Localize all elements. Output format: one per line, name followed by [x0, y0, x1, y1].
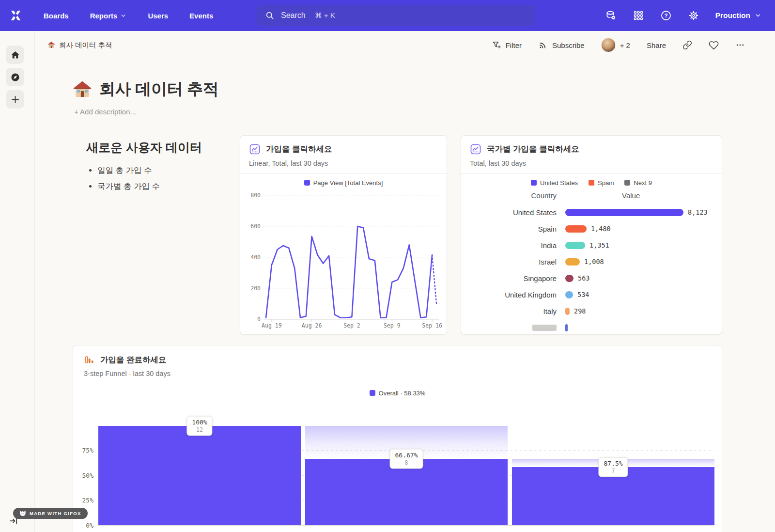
- chart-legend: Page View [Total Events]: [240, 174, 447, 191]
- project-selector[interactable]: Prouction: [715, 11, 761, 20]
- board-members[interactable]: + 2: [601, 38, 630, 52]
- breadcrumb-label: 회사 데이터 추적: [59, 41, 112, 50]
- country-value: 1,351: [589, 241, 609, 249]
- more-options-icon[interactable]: [735, 40, 745, 50]
- country-row[interactable]: India1,351: [461, 237, 722, 253]
- gifox-watermark: MADE WITH GIFOX: [13, 508, 88, 519]
- chevron-down-icon: [120, 13, 126, 19]
- column-value: Value: [557, 191, 640, 200]
- search-placeholder: Search: [281, 11, 306, 20]
- copy-link-icon[interactable]: [682, 40, 692, 50]
- share-button[interactable]: Share: [647, 41, 666, 49]
- sidebar-discover-button[interactable]: [6, 68, 24, 86]
- funnel-count: 7: [604, 468, 622, 474]
- funnel-bar: [305, 459, 508, 525]
- y-axis-label: 75%: [76, 447, 93, 454]
- left-sidebar: [0, 31, 35, 532]
- country-row[interactable]: Singapore563: [461, 270, 722, 286]
- nav-item-boards[interactable]: Boards: [44, 12, 69, 20]
- board-header: 회사 데이터 추적 Filter Subscr: [35, 31, 775, 59]
- funnel-step-3[interactable]: 87.5%7: [512, 426, 714, 525]
- apps-grid-icon[interactable]: [633, 10, 644, 21]
- line-chart[interactable]: 0200400600800Aug 19Aug 26Sep 2Sep 9Sep 1…: [246, 191, 442, 333]
- funnel-count: 12: [192, 426, 207, 433]
- legend-item[interactable]: Next 9: [624, 179, 652, 187]
- gridline: [98, 525, 714, 526]
- plus-icon: [10, 94, 20, 105]
- svg-text:Aug 26: Aug 26: [302, 322, 322, 329]
- add-description[interactable]: + Add description...: [74, 108, 219, 116]
- country-bar: [565, 308, 570, 315]
- funnel-pct: 87.5%: [604, 460, 622, 467]
- country-bar: [565, 242, 585, 249]
- breadcrumb[interactable]: 회사 데이터 추적: [47, 41, 112, 50]
- funnel-step-1[interactable]: 100%12: [98, 426, 301, 525]
- svg-text:?: ?: [664, 13, 667, 18]
- nav-item-label: Events: [189, 12, 213, 20]
- country-value: 1,008: [584, 258, 604, 266]
- text-card-heading: 새로운 사용자 데이터: [86, 140, 246, 156]
- help-icon[interactable]: ?: [660, 10, 672, 21]
- country-label: Spain: [461, 225, 557, 233]
- data-management-icon[interactable]: [605, 10, 617, 21]
- country-value: 298: [574, 307, 586, 315]
- country-row[interactable]: Italy298: [461, 303, 722, 319]
- card-title[interactable]: 가입을 완료하세요: [100, 355, 167, 365]
- country-row[interactable]: Israel1,008: [461, 253, 722, 270]
- legend-swatch: [370, 390, 375, 396]
- legend-label: Next 9: [634, 179, 652, 187]
- country-bar: [565, 209, 683, 216]
- y-axis-label: 50%: [76, 471, 93, 479]
- country-label: Italy: [461, 307, 557, 315]
- legend-item[interactable]: Spain: [589, 179, 614, 187]
- rss-icon: [538, 40, 548, 50]
- filter-label: Filter: [506, 41, 522, 49]
- search-input[interactable]: Search ⌘ + K: [257, 5, 535, 26]
- funnel-count: 8: [395, 459, 418, 466]
- nav-item-events[interactable]: Events: [189, 12, 213, 20]
- card-title[interactable]: 국가별 가입을 클릭하세요: [487, 144, 579, 155]
- text-card[interactable]: 새로운 사용자 데이터 일일 총 가입 수국가별 총 가입 수: [86, 140, 246, 197]
- sidebar-add-button[interactable]: [6, 90, 24, 109]
- svg-text:800: 800: [250, 192, 261, 199]
- y-axis-label: 25%: [76, 497, 93, 504]
- country-value: 1,480: [591, 225, 611, 233]
- text-card-bullets: 일일 총 가입 수국가별 총 가입 수: [86, 165, 246, 192]
- funnel-value-box: 66.67%8: [390, 449, 423, 469]
- favorite-heart-icon[interactable]: [709, 40, 719, 50]
- settings-gear-icon[interactable]: [688, 10, 699, 21]
- bullet-item: 일일 총 가입 수: [97, 165, 246, 176]
- country-bar: [565, 258, 580, 266]
- filter-icon: [492, 40, 501, 50]
- table-header: Country Value: [461, 191, 722, 200]
- search-shortcut: ⌘ + K: [315, 11, 335, 20]
- funnel-step-2[interactable]: 66.67%8: [305, 426, 508, 525]
- nav-item-reports[interactable]: Reports: [90, 12, 127, 20]
- filter-button[interactable]: Filter: [492, 40, 522, 50]
- card-title[interactable]: 가입을 클릭하세요: [266, 144, 332, 155]
- legend-item[interactable]: Page View [Total Events]: [304, 179, 383, 187]
- subscribe-button[interactable]: Subscribe: [538, 40, 585, 50]
- legend-item[interactable]: Overall · 58.33%: [370, 390, 426, 397]
- svg-text:200: 200: [250, 285, 261, 292]
- nav-item-users[interactable]: Users: [148, 12, 168, 20]
- country-row[interactable]: United Kingdom534: [461, 286, 722, 303]
- legend-item[interactable]: United States: [531, 179, 578, 187]
- card-subtitle: Linear, Total, last 30 days: [249, 159, 438, 167]
- mixpanel-logo[interactable]: X: [0, 9, 31, 22]
- legend-swatch: [589, 180, 594, 186]
- funnel-report-icon: [84, 354, 95, 365]
- board-title[interactable]: 회사 데이터 추적: [73, 78, 219, 100]
- legend-swatch: [624, 180, 630, 186]
- country-row[interactable]: Spain1,480: [461, 220, 722, 237]
- page-title: 회사 데이터 추적: [99, 78, 219, 100]
- legend-label: United States: [540, 179, 578, 187]
- nav-item-label: Boards: [44, 12, 69, 20]
- line-chart-card: 가입을 클릭하세요 Linear, Total, last 30 days Pa…: [240, 135, 447, 335]
- sidebar-home-button[interactable]: [6, 46, 24, 64]
- home-icon: [10, 50, 20, 60]
- country-row[interactable]: United States8,123: [461, 204, 722, 220]
- nav-menu: BoardsReportsUsersEvents: [44, 12, 213, 20]
- legend-label: Overall · 58.33%: [379, 390, 426, 397]
- funnel-value-box: 87.5%7: [598, 457, 628, 477]
